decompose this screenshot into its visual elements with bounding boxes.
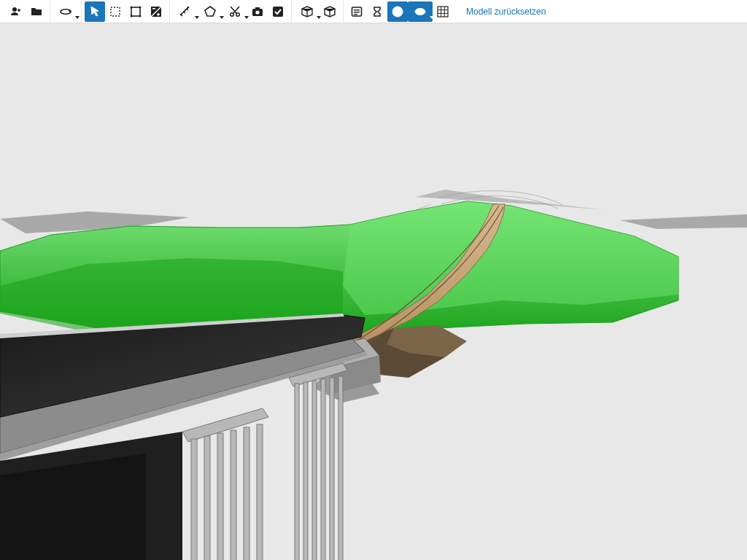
toolbar-group-info bbox=[343, 0, 456, 23]
svg-rect-18 bbox=[303, 382, 308, 560]
svg-rect-29 bbox=[257, 424, 263, 560]
layers-icon[interactable] bbox=[347, 1, 367, 22]
toolbar-group-selection bbox=[81, 0, 169, 23]
svg-rect-26 bbox=[217, 433, 223, 560]
grid-icon[interactable] bbox=[433, 1, 453, 22]
toolbar-group-geom bbox=[169, 0, 291, 23]
svg-rect-25 bbox=[204, 436, 210, 560]
cube2-icon[interactable] bbox=[320, 1, 340, 22]
svg-rect-22 bbox=[338, 376, 343, 560]
box-select-icon[interactable] bbox=[105, 1, 125, 22]
svg-rect-17 bbox=[295, 384, 299, 560]
orbit-icon[interactable] bbox=[53, 1, 78, 22]
reset-model-link[interactable]: Modell zurücksetzen bbox=[456, 7, 556, 17]
viewport-3d[interactable] bbox=[0, 23, 747, 560]
checkbox-icon[interactable] bbox=[268, 1, 288, 22]
add-user-icon[interactable] bbox=[6, 1, 26, 22]
toolbar-group-collab bbox=[3, 0, 50, 23]
library-icon[interactable] bbox=[26, 1, 47, 22]
svg-rect-28 bbox=[244, 427, 249, 560]
svg-rect-24 bbox=[191, 439, 197, 560]
exposure-icon[interactable] bbox=[146, 1, 166, 22]
polygon-icon[interactable] bbox=[198, 1, 222, 22]
toolbar-group-view bbox=[50, 0, 81, 23]
crop-icon[interactable] bbox=[125, 1, 146, 22]
svg-rect-21 bbox=[330, 378, 334, 560]
clip-icon[interactable] bbox=[367, 1, 387, 22]
svg-marker-23 bbox=[182, 408, 268, 442]
pointer-icon[interactable] bbox=[85, 1, 105, 22]
svg-rect-27 bbox=[231, 430, 236, 560]
cut-icon[interactable] bbox=[222, 1, 247, 22]
toolbar-group-model bbox=[291, 0, 343, 23]
svg-marker-5 bbox=[343, 201, 678, 315]
toolbar: Modell zurücksetzen bbox=[0, 0, 747, 23]
svg-marker-1 bbox=[620, 214, 747, 229]
cube-icon[interactable] bbox=[295, 1, 320, 22]
snapshot-icon[interactable] bbox=[247, 1, 268, 22]
visibility-icon[interactable] bbox=[408, 1, 433, 22]
measure-icon[interactable] bbox=[173, 1, 198, 22]
svg-rect-19 bbox=[312, 381, 317, 560]
svg-rect-20 bbox=[321, 379, 325, 560]
help-icon[interactable] bbox=[387, 1, 408, 22]
